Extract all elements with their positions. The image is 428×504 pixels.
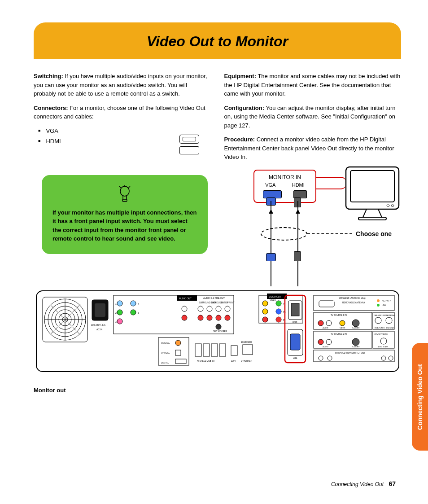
svg-text:3: 3 [115,320,117,323]
svg-point-36 [216,324,221,329]
svg-point-83 [352,320,359,327]
procedure-para: Procedure: Connect a monitor video cable… [224,135,402,162]
ethernet-label: ETHERNET [241,360,252,362]
subwoofer-label: SUB WOOFER [213,330,227,333]
svg-rect-72 [291,303,299,316]
activity-label: ACTIVITY [382,300,391,302]
svg-point-94 [380,338,387,344]
vga-cable [271,201,271,286]
page-footer: Connecting Video Out 67 [331,479,396,489]
svg-point-68 [276,317,281,322]
svg-point-85 [375,317,381,324]
svg-text:4: 4 [138,302,139,305]
svg-point-96 [319,356,323,360]
removable-label: REMOVABLE ANTENNA [342,302,365,304]
svg-line-5 [128,186,130,188]
monitor-icon [343,164,402,225]
svg-point-35 [225,315,230,320]
video-label: VIDEO [340,327,345,329]
svg-point-91 [352,338,359,346]
choose-one-label: Choose one [356,229,392,239]
svg-text:Y: Y [283,303,284,305]
audio71-label: AUDIO 7.1 PRE-OUT [203,297,225,299]
svg-point-29 [207,306,212,311]
connectors-label: Connectors: [34,105,68,111]
svg-text:AUDIO: AUDIO [323,346,328,348]
diagram-area: If your monitor has multiple input conne… [34,175,401,399]
svg-point-82 [340,320,345,326]
svg-point-63 [262,317,268,322]
svg-point-34 [216,315,221,320]
hdmi-plug-bottom-icon [294,251,301,261]
connectors-para: Connectors: For a monitor, choose one of… [34,104,211,121]
dsl-coax-label: DSL/COAX [386,327,394,329]
svg-rect-76 [319,301,334,307]
svg-rect-56 [219,344,226,356]
svg-text:5: 5 [138,311,139,314]
svg-rect-54 [203,344,210,356]
svg-rect-51 [175,350,181,355]
red-connection-line [315,177,347,189]
footer-section: Connecting Video Out [331,481,384,487]
fm-ant-label: FM ANTENNA [384,315,395,316]
svg-point-64 [276,301,281,306]
svg-point-86 [386,317,392,324]
ir-out-label: INFRARED TRANSMITTER OUT [335,352,365,354]
svg-point-33 [207,315,212,320]
right-column: Equipment: The monitor and some cables m… [224,72,402,167]
choose-one-line [307,233,352,234]
svg-rect-11 [358,217,386,220]
digital-label: DIGITAL [161,362,169,364]
coaxial-label: COAXIAL [161,342,170,344]
svg-text:S-VIDEO: S-VIDEO [352,346,359,348]
usb-label: HI SPEED USB 2.0 [197,360,215,362]
hdmi-panel-label: HDMI [292,321,297,324]
svg-rect-53 [195,344,201,356]
video-label: VIDEO [270,299,276,301]
svg-rect-57 [231,346,237,355]
page-number: 67 [389,480,396,487]
vga-plug-bottom-icon [266,253,276,261]
tip-text: If your monitor has multiple input conne… [52,209,197,242]
cable-ant-label: CABLE/ANT.IN [374,315,384,316]
svg-rect-25 [95,303,105,317]
dual-tuner-label: DUAL TUNER [375,327,385,329]
svg-point-47 [182,306,187,311]
optical-label: OPTICAL [161,352,170,354]
tip-callout: If your monitor has multiple input conne… [42,175,208,254]
svg-point-30 [216,306,221,311]
svg-point-99 [389,356,393,360]
svg-point-32 [198,315,203,320]
svg-point-0 [120,186,129,196]
hdmi-cable [297,201,298,286]
svg-point-78 [377,304,380,307]
arrow-up-icon [269,209,273,214]
wireless-label: WIRELESS LAN 802.11 a/b/g [339,297,366,299]
equipment-label: Equipment: [224,73,257,79]
lightbulb-icon [118,185,131,203]
side-tab-label: Connecting Video Out [415,364,425,430]
svg-point-77 [377,299,380,302]
monitor-out-caption: Monitor out [34,386,66,395]
link-label: LINK [382,304,386,307]
eth-speed-label: 10/100/1000 [241,341,253,343]
svg-text:2: 2 [115,311,117,314]
svg-point-98 [381,356,386,360]
svg-point-50 [175,340,181,346]
svg-point-97 [328,356,332,360]
hdmi-connector-icon [179,146,199,154]
atsc-label: ATSC TUNER [378,346,389,348]
switching-label: Switching: [34,73,63,79]
svg-point-66 [276,309,281,314]
monitor-in-label: MONITOR IN [257,173,313,181]
choose-one-oval [261,227,307,241]
rear-panel-diagram: 100-240V~6/A AC IN AUDIO OUT AUDIO 7.1 P… [34,290,402,380]
video-out-label: VIDEO OUT [269,295,281,298]
audio-out-label: AUDIO OUT [179,297,192,300]
n1394-label: 1394 [231,360,236,362]
body-columns: Switching: If you have multiple audio/vi… [34,72,401,167]
svg-point-28 [198,306,203,311]
svg-point-39 [117,310,122,315]
front-label: FRONT [227,302,235,304]
vga-connector-icon [179,135,199,144]
